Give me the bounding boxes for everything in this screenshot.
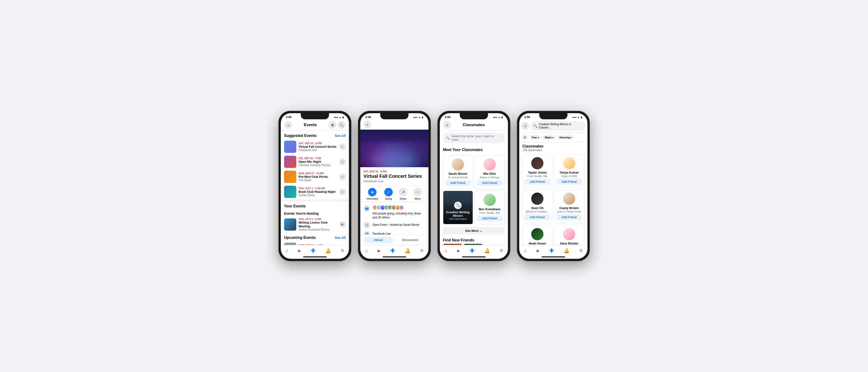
hosting-event-item[interactable]: THU, OCT 1 · 6 PM Writing Lovers Club Me… <box>281 216 349 233</box>
event-item-concert[interactable]: SAT, SEP 12 · 8 PM Virtual Fall Concert … <box>281 139 349 154</box>
classmate-tanya[interactable]: Tanya Kumar Class of 2020 Add Friend <box>554 154 584 188</box>
add-friend-tanya[interactable]: Add Friend <box>556 179 582 184</box>
host-text: Open Event · Hosted by Sarah Bloom <box>372 222 420 227</box>
suggested-title: Suggested Events <box>284 134 317 138</box>
avatar-sarah <box>452 158 464 170</box>
classmate-alice[interactable]: Alice Rissler Add Friend <box>554 225 584 245</box>
event-loc-concert: Facebook Live <box>299 148 337 152</box>
see-all-1-btn[interactable]: See All <box>335 134 345 138</box>
bottom-bell-4[interactable]: 🔔 <box>562 247 571 254</box>
bottom-menu-2[interactable]: ≡ <box>418 247 426 254</box>
event-item-upcoming[interactable]: WED, SEP 16 · 5 PM Unitas Tower Meet-up … <box>281 241 349 245</box>
major-filter-chip[interactable]: Major <box>542 135 556 140</box>
bottom-home-2[interactable]: ⌂ <box>363 247 370 254</box>
add-friend-casey[interactable]: Add Friend <box>556 214 582 220</box>
more-icon-2: ··· <box>413 188 422 196</box>
attendees-info: 500 people going, including Amy, Brian a… <box>372 205 425 219</box>
add-friend-ben[interactable]: Add Friend <box>477 215 502 221</box>
classmate-sean[interactable]: Sean Oh Minors in Creative... Add Friend <box>523 190 552 223</box>
bottom-bell-2[interactable]: 🔔 <box>403 247 412 254</box>
year-filter-chip[interactable]: Year <box>529 135 541 140</box>
event-thumb-mic <box>284 156 296 168</box>
event-item-picnic[interactable]: SUN, SEP 27 · 12 PM Pre-Med Club Picnic … <box>281 169 349 184</box>
bottom-video-4[interactable]: ▶ <box>535 248 541 253</box>
event-loc-mic: Cardinal Comedy Factory <box>299 164 337 167</box>
back-button-4[interactable]: ‹ <box>522 122 529 130</box>
bottom-video-2[interactable]: ▶ <box>376 248 382 253</box>
event-item-mic[interactable]: FRI, SEP 25 · 7 PM Open Mic Night Cardin… <box>281 154 349 169</box>
interested-button[interactable]: ★ Interested <box>367 188 378 200</box>
fb-logo-1 <box>311 248 316 253</box>
going-button[interactable]: ✓ Going <box>384 188 393 200</box>
avatar-alice <box>563 228 575 240</box>
classmate-taylor[interactable]: Taylor Jones From Seattle, WA Add Friend <box>523 154 552 188</box>
see-more-button[interactable]: See More ⌄ <box>443 227 505 234</box>
bottom-fb-2[interactable] <box>389 248 397 253</box>
search-button-1[interactable]: 🔍 <box>338 121 345 129</box>
add-event-button[interactable]: ⊕ <box>329 121 336 129</box>
cw-minors-card[interactable]: 🔍 Creative Writing Minors 156 classmates <box>443 191 473 224</box>
year-filter-label: Year <box>532 136 537 139</box>
back-icon-3: ‹ <box>446 123 448 128</box>
page-title-1: Events <box>292 123 329 127</box>
back-icon-1: ‹ <box>288 123 289 128</box>
bottom-menu-1[interactable]: ≡ <box>339 247 346 254</box>
bottom-home-1[interactable]: ⌂ <box>284 247 290 254</box>
nav-icons-right-1: ⊕ 🔍 <box>329 121 345 129</box>
filter-search-bar[interactable]: 🔍 Creative Writing Minors in Classm... <box>530 121 585 131</box>
bottom-menu-4[interactable]: ≡ <box>578 247 584 254</box>
event-date-mic: FRI, SEP 25 · 7 PM <box>299 157 337 160</box>
nav-bar-2: ‹ <box>360 120 429 130</box>
bookmark-concert[interactable]: ☆ <box>339 143 346 150</box>
event-date-book: THU, OCT 1 · 7:30 PM <box>299 187 337 190</box>
meet-classmates-header: Meet Your Classmates <box>440 145 508 154</box>
info-sarah: 31 mutual friends <box>448 176 468 179</box>
discussion-tab[interactable]: Discussion <box>396 237 425 243</box>
search-bar-3[interactable]: 🔍 Search by name, year, major or class <box>443 133 505 143</box>
share-button[interactable]: ↗ Share <box>399 188 407 200</box>
bottom-video-1[interactable]: ▶ <box>296 248 303 253</box>
bottom-video-3[interactable]: ▶ <box>455 248 462 253</box>
hosting-gear-button[interactable]: ⚙ <box>339 221 346 228</box>
housing-filter-chip[interactable]: Housing <box>557 135 574 140</box>
bottom-bell-3[interactable]: 🔔 <box>482 247 492 254</box>
bookmark-picnic[interactable]: ☆ <box>339 174 346 180</box>
classmate-sarah[interactable]: Sarah Bloom 31 mutual friends Add Friend <box>443 155 473 189</box>
add-friend-sarah[interactable]: Add Friend <box>445 180 471 186</box>
avatar-8 <box>399 205 404 210</box>
back-button-3[interactable]: ‹ <box>443 121 451 129</box>
add-friend-mia[interactable]: Add Friend <box>477 180 502 186</box>
event-item-book[interactable]: THU, OCT 1 · 7:30 PM Book Club Reading N… <box>281 184 349 199</box>
battery-icon-2: ▮ <box>422 116 423 119</box>
add-friend-taylor[interactable]: Add Friend <box>525 179 550 184</box>
avatar-casey <box>563 193 575 205</box>
bottom-bell-1[interactable]: 🔔 <box>323 247 333 254</box>
add-friend-sean[interactable]: Add Friend <box>525 214 550 220</box>
bottom-fb-4[interactable] <box>548 248 556 253</box>
filter-search-text: Creative Writing Minors in Classm... <box>539 123 583 129</box>
back-button-2[interactable]: ‹ <box>364 121 371 128</box>
bottom-fb-3[interactable] <box>468 248 476 253</box>
bottom-menu-3[interactable]: ≡ <box>498 247 505 254</box>
phones-container: 2:04 ●●● ▲ ▮ ‹ Events ⊕ 🔍 <box>278 111 590 261</box>
filter-search-icon: 🔍 <box>533 124 537 128</box>
bookmark-mic[interactable]: ☆ <box>339 159 346 165</box>
status-time-4: 2:04 <box>524 115 530 119</box>
bottom-home-3[interactable]: ⌂ <box>442 247 449 254</box>
bookmark-book[interactable]: ☆ <box>339 189 346 195</box>
back-icon-2: ‹ <box>367 122 368 127</box>
classmate-mia[interactable]: Mia Shin Majors in Biology Add Friend <box>475 155 505 189</box>
classmate-ben[interactable]: Ben Kumahara From Seattle, WA Add Friend <box>475 191 505 224</box>
classmate-noah[interactable]: Noah Green Add Friend <box>523 225 552 245</box>
avatar-taylor <box>531 157 544 169</box>
about-tab[interactable]: About <box>364 237 393 243</box>
see-all-2-btn[interactable]: See All <box>335 236 345 240</box>
classmate-casey[interactable]: Casey Brown Lives in Unitas Tower Add Fr… <box>554 190 584 223</box>
filter-icon-button[interactable]: ⊟ <box>522 134 528 141</box>
info-ben: From Seattle, WA <box>479 211 500 214</box>
bottom-fb-1[interactable] <box>309 248 317 253</box>
bottom-home-4[interactable]: ⌂ <box>522 247 529 254</box>
more-button-2[interactable]: ··· More <box>413 188 422 200</box>
back-button-1[interactable]: ‹ <box>284 121 292 129</box>
results-title: Classmates <box>523 144 584 148</box>
